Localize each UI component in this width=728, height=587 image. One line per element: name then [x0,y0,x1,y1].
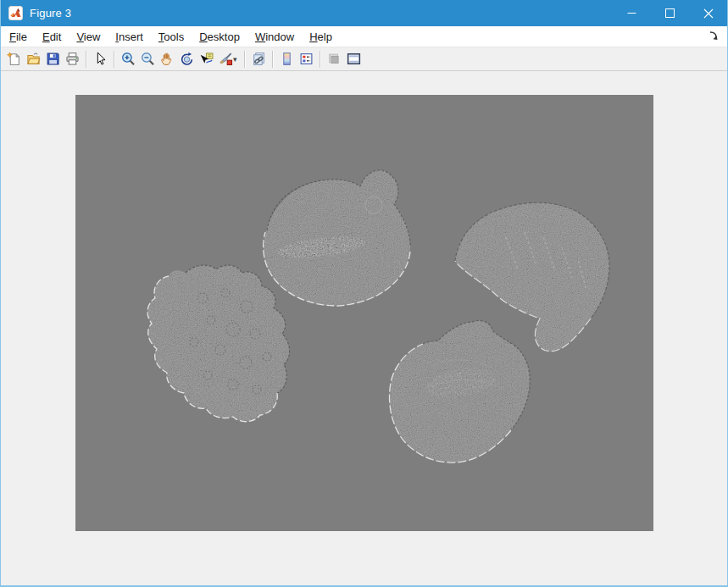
menu-item-desktop[interactable]: Desktop [199,30,240,43]
data-cursor-button[interactable] [197,49,216,69]
new-figure-button[interactable] [4,49,24,69]
figure-image[interactable] [75,95,653,531]
minimize-button[interactable] [613,0,651,26]
matlab-logo-icon [8,6,23,20]
toolbar-separator [272,51,274,68]
rotate-3d-button[interactable] [177,49,197,69]
brush-dropdown-caret-icon[interactable]: ▾ [233,55,241,64]
save-figure-button[interactable] [43,49,63,69]
insert-colorbar-button[interactable] [277,49,297,69]
zoom-in-button[interactable] [119,49,138,69]
menu-item-file[interactable]: File [9,30,27,43]
maximize-button[interactable] [651,0,689,26]
print-figure-button[interactable] [63,49,82,69]
menu-item-window[interactable]: Window [255,30,294,43]
zoom-out-button[interactable] [138,49,158,69]
titlebar[interactable]: Figure 3 [1,0,727,26]
menu-item-tools[interactable]: Tools [158,30,184,43]
menu-item-edit[interactable]: Edit [42,30,61,43]
window-title: Figure 3 [30,7,71,19]
link-plot-button[interactable] [249,49,269,69]
open-file-button[interactable] [24,49,43,69]
toolbar-separator [114,51,115,68]
menu-item-view[interactable]: View [76,30,100,43]
figure-client-area [1,71,727,585]
menubar: File Edit View Insert Tools Desktop Wind… [1,26,727,47]
figure-window: Figure 3 File Edit View Insert Tools Des… [0,0,728,587]
toolbar-separator [244,51,246,68]
hide-plot-tools-button [325,49,344,69]
show-plot-tools-dock-button[interactable] [344,49,364,69]
edit-plot-arrow-button[interactable] [91,49,110,69]
menu-item-insert[interactable]: Insert [115,30,143,43]
close-button[interactable] [689,0,727,26]
toolbar-separator [86,51,87,68]
dock-figure-icon[interactable] [707,30,720,43]
window-controls [613,0,727,26]
pan-button[interactable] [158,49,177,69]
insert-legend-button[interactable] [297,49,316,69]
figure-toolbar: ▾ [1,47,727,71]
toolbar-separator [320,51,321,68]
menu-item-help[interactable]: Help [309,30,332,43]
